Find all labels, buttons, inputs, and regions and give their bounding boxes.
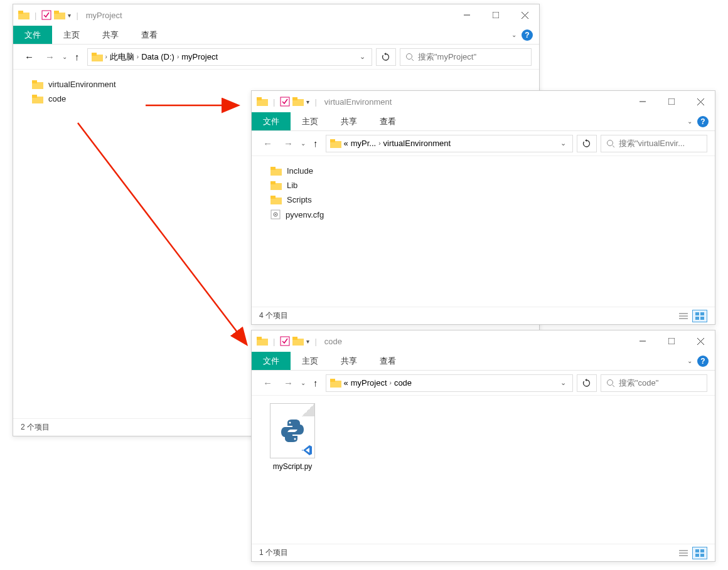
forward-button[interactable]: →: [280, 135, 297, 151]
maximize-button[interactable]: [657, 91, 686, 112]
ribbon-tab-share[interactable]: 共享: [329, 112, 368, 130]
list-item[interactable]: Include: [270, 164, 696, 178]
ribbon-expand-icon[interactable]: ⌄: [511, 31, 517, 38]
forward-button[interactable]: →: [41, 49, 58, 65]
help-button[interactable]: ?: [522, 29, 533, 41]
grid-item[interactable]: myScript.py: [264, 403, 321, 536]
minimize-button[interactable]: [628, 91, 657, 112]
minimize-button[interactable]: [628, 330, 657, 352]
close-button[interactable]: [686, 330, 715, 352]
address-dropdown[interactable]: ⌄: [360, 53, 368, 61]
quickaccess-dropdown[interactable]: ▾: [306, 338, 309, 345]
ribbon-expand-icon[interactable]: ⌄: [687, 118, 692, 125]
ribbon-tab-file[interactable]: 文件: [252, 352, 291, 370]
refresh-button[interactable]: [376, 48, 396, 66]
svg-rect-43: [700, 312, 704, 315]
svg-line-12: [412, 59, 414, 61]
address-bar[interactable]: › 此电脑 › Data (D:) › myProject ⌄: [87, 48, 373, 66]
breadcrumb-item[interactable]: myPr...: [351, 139, 376, 148]
minimize-button[interactable]: [452, 4, 481, 26]
ribbon-tab-share[interactable]: 共享: [329, 352, 368, 370]
refresh-button[interactable]: [577, 374, 597, 392]
breadcrumb-item[interactable]: 此电脑: [110, 51, 134, 63]
python-file-icon: [270, 403, 315, 458]
folder-icon: [270, 181, 282, 190]
search-placeholder: 搜索"code": [619, 377, 658, 389]
address-bar[interactable]: « myProject › code ⌄: [326, 374, 574, 392]
history-dropdown[interactable]: ⌄: [62, 53, 67, 60]
up-button[interactable]: ↑: [309, 135, 322, 151]
breadcrumb-item[interactable]: Data (D:): [141, 52, 174, 61]
item-name: code: [48, 94, 66, 103]
forward-button[interactable]: →: [280, 375, 297, 391]
list-item[interactable]: Lib: [270, 178, 696, 193]
chevron-right-icon[interactable]: ›: [137, 53, 139, 60]
quickaccess-dropdown[interactable]: ▾: [306, 98, 309, 105]
breadcrumb-item[interactable]: code: [394, 378, 412, 388]
folder-icon: [54, 11, 65, 19]
icons-view-button[interactable]: [692, 310, 707, 322]
ribbon-tab-home[interactable]: 主页: [291, 112, 329, 130]
file-list[interactable]: Include Lib Scripts pyvenv.cfg: [252, 156, 715, 307]
chevron-right-icon[interactable]: ›: [105, 53, 107, 60]
address-dropdown[interactable]: ⌄: [560, 379, 569, 387]
maximize-button[interactable]: [481, 4, 510, 26]
checkbox-icon[interactable]: [280, 97, 290, 107]
help-button[interactable]: ?: [697, 116, 709, 127]
breadcrumb-item[interactable]: myProject: [181, 52, 218, 61]
details-view-button[interactable]: [676, 310, 691, 322]
back-button[interactable]: ←: [21, 49, 38, 65]
details-view-button[interactable]: [676, 547, 691, 559]
search-input[interactable]: 搜索"virtualEnvir...: [601, 135, 707, 152]
ribbon-tab-home[interactable]: 主页: [291, 352, 329, 370]
ribbon-tab-file[interactable]: 文件: [13, 26, 52, 44]
checkbox-icon[interactable]: [280, 336, 290, 346]
list-item[interactable]: virtualEnvironment: [32, 77, 520, 92]
breadcrumb-overflow[interactable]: «: [344, 139, 348, 148]
back-button[interactable]: ←: [259, 375, 276, 391]
breadcrumb-overflow[interactable]: «: [344, 378, 348, 388]
up-button[interactable]: ↑: [309, 375, 322, 391]
file-grid[interactable]: myScript.py: [252, 396, 715, 544]
refresh-button[interactable]: [577, 135, 597, 152]
breadcrumb-item[interactable]: myProject: [351, 378, 387, 388]
ribbon-expand-icon[interactable]: ⌄: [687, 357, 692, 364]
ribbon-tab-view[interactable]: 查看: [368, 112, 407, 130]
chevron-right-icon[interactable]: ›: [378, 140, 380, 147]
breadcrumb-item[interactable]: virtualEnvironment: [383, 139, 451, 148]
list-item[interactable]: pyvenv.cfg: [270, 207, 696, 222]
list-item[interactable]: Scripts: [270, 193, 696, 207]
svg-line-58: [613, 385, 614, 387]
svg-rect-52: [668, 338, 675, 344]
ribbon-tab-home[interactable]: 主页: [52, 26, 91, 44]
svg-rect-1: [18, 11, 23, 14]
help-button[interactable]: ?: [697, 356, 709, 367]
address-dropdown[interactable]: ⌄: [560, 139, 569, 147]
icons-view-button[interactable]: [692, 547, 707, 559]
close-button[interactable]: [686, 91, 715, 112]
checkbox-icon[interactable]: [41, 10, 51, 20]
ribbon-tab-share[interactable]: 共享: [91, 26, 130, 44]
chevron-right-icon[interactable]: ›: [390, 379, 392, 386]
quickaccess-dropdown[interactable]: ▾: [68, 12, 71, 19]
svg-rect-33: [270, 181, 276, 184]
folder-icon: [32, 95, 43, 103]
close-button[interactable]: [510, 4, 539, 26]
svg-point-28: [608, 140, 613, 145]
search-input[interactable]: 搜索"myProject": [400, 48, 532, 66]
history-dropdown[interactable]: ⌄: [301, 140, 306, 147]
ribbon-tab-file[interactable]: 文件: [252, 112, 291, 130]
back-button[interactable]: ←: [259, 135, 276, 151]
history-dropdown[interactable]: ⌄: [301, 379, 306, 386]
svg-rect-42: [695, 312, 699, 315]
ribbon-tab-view[interactable]: 查看: [368, 352, 407, 370]
chevron-right-icon[interactable]: ›: [177, 53, 179, 60]
up-button[interactable]: ↑: [71, 49, 83, 65]
search-input[interactable]: 搜索"code": [601, 374, 707, 392]
ribbon-tab-view[interactable]: 查看: [130, 26, 169, 44]
address-bar[interactable]: « myPr... › virtualEnvironment ⌄: [326, 135, 574, 152]
separator: |: [76, 11, 78, 20]
quickaccess-toolbar: | ▾ |: [18, 10, 81, 20]
svg-rect-44: [695, 317, 699, 320]
maximize-button[interactable]: [657, 330, 686, 352]
